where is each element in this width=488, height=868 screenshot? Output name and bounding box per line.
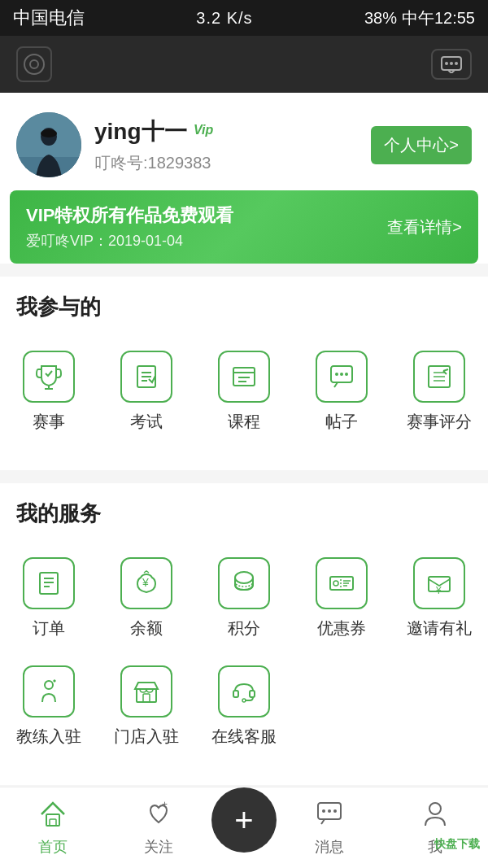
profile-svg-icon (420, 800, 450, 827)
svg-rect-29 (250, 691, 255, 697)
order-label: 订单 (33, 617, 65, 639)
service-icon-box (218, 665, 270, 718)
service-item-balance[interactable]: ¥ 余额 (98, 544, 195, 652)
id-label: 叮咚号: (94, 154, 148, 172)
watermark: 快盘下载 (434, 836, 480, 852)
svg-point-4 (450, 62, 453, 65)
exam-icon-box (120, 351, 172, 403)
avatar-silhouette (16, 112, 81, 177)
participated-item-exam[interactable]: 考试 (98, 338, 195, 446)
message-svg-icon (315, 800, 344, 827)
svg-point-30 (242, 699, 246, 702)
bottom-nav: 首页 + 关注 + 消息 (0, 787, 488, 868)
score-icon-box (413, 351, 465, 403)
store-icon (133, 678, 160, 705)
watermark-text: 快盘下载 (434, 837, 480, 850)
service-item-store[interactable]: 门店入驻 (98, 652, 195, 761)
follow-svg-icon: + (144, 800, 173, 827)
svg-text:+: + (162, 800, 168, 810)
points-icon-box (218, 557, 270, 609)
personal-center-button[interactable]: 个人中心> (371, 126, 472, 164)
service-item-points[interactable]: 积分 (195, 544, 293, 652)
coupon-icon-box (316, 557, 368, 609)
balance-label: 余额 (130, 617, 163, 639)
store-label: 门店入驻 (114, 726, 179, 748)
avatar-image (16, 112, 81, 177)
order-icon (35, 569, 63, 597)
svg-point-25 (45, 681, 53, 689)
svg-point-35 (322, 809, 325, 813)
chat-dots-icon (440, 55, 463, 73)
points-label: 积分 (228, 617, 260, 639)
exam-icon (133, 363, 160, 390)
invite-label: 邀请有礼 (407, 617, 472, 639)
services-title: 我的服务 (0, 483, 488, 536)
app-logo (16, 46, 52, 82)
username-text: ying十一 (94, 116, 187, 147)
participated-item-score[interactable]: 赛事评分 (390, 338, 488, 446)
profile-name: ying十一 Vip (94, 116, 223, 147)
profile-id: 叮咚号:1829383 (94, 152, 223, 174)
main-content: ying十一 Vip 叮咚号:1829383 个人中心> V (0, 93, 488, 868)
add-icon: + (234, 804, 253, 836)
svg-text:¥: ¥ (142, 576, 149, 589)
vip-detail-button[interactable]: 查看详情> (387, 216, 462, 238)
profile-nav-icon (420, 800, 450, 834)
coach-icon-box (23, 665, 75, 718)
svg-point-15 (340, 373, 343, 376)
svg-rect-31 (46, 814, 59, 826)
vip-info: VIP特权所有作品免费观看 爱叮咚VIP：2019-01-04 (26, 203, 233, 251)
participated-item-post[interactable]: 帖子 (293, 338, 390, 446)
nav-add-button[interactable]: + (211, 787, 277, 853)
vip-date-label: 爱叮咚VIP： (26, 233, 108, 249)
invite-icon: ¥ (425, 569, 453, 597)
order-icon-box (23, 557, 75, 609)
svg-point-36 (328, 809, 331, 813)
message-nav-icon (315, 800, 344, 834)
logo-icon (23, 53, 46, 76)
status-right: 38% 中午12:55 (364, 7, 475, 29)
vip-date-value: 2019-01-04 (108, 233, 183, 249)
follow-icon: + (144, 800, 173, 834)
service-item-invite[interactable]: ¥ 邀请有礼 (390, 544, 488, 652)
score-icon (425, 363, 453, 390)
services-section: 我的服务 订单 (0, 483, 488, 785)
avatar[interactable] (16, 112, 81, 177)
post-icon-box (316, 351, 368, 403)
contest-label: 赛事 (33, 411, 65, 433)
trophy-icon-box (23, 351, 75, 403)
svg-point-37 (333, 809, 337, 813)
home-icon (38, 800, 68, 834)
svg-point-1 (30, 60, 38, 68)
id-value: 1829383 (148, 154, 211, 172)
participated-section: 我参与的 赛事 (0, 277, 488, 470)
nav-message[interactable]: 消息 (277, 800, 382, 857)
service-item-order[interactable]: 订单 (0, 544, 98, 652)
nav-follow[interactable]: + 关注 (106, 800, 211, 857)
svg-point-20 (235, 572, 253, 583)
participated-item-course[interactable]: 课程 (195, 338, 293, 446)
vip-badge: Vip (194, 121, 223, 142)
score-label: 赛事评分 (407, 411, 472, 433)
message-nav-label: 消息 (315, 837, 344, 857)
vip-banner[interactable]: VIP特权所有作品免费观看 爱叮咚VIP：2019-01-04 查看详情> (10, 190, 478, 264)
message-button[interactable] (431, 49, 472, 80)
profile-card: ying十一 Vip 叮咚号:1829383 个人中心> V (0, 93, 488, 264)
vip-title: VIP特权所有作品免费观看 (26, 203, 233, 228)
svg-rect-32 (50, 819, 56, 826)
service-item-customer[interactable]: 在线客服 (195, 652, 293, 761)
coupon-icon (328, 569, 355, 597)
service-item-coupon[interactable]: 优惠券 (293, 544, 390, 652)
service-item-coach[interactable]: 教练入驻 (0, 652, 98, 761)
nav-home[interactable]: 首页 (0, 800, 106, 857)
profile-top: ying十一 Vip 叮咚号:1829383 个人中心> (0, 93, 488, 190)
svg-point-38 (429, 803, 441, 814)
svg-point-3 (445, 62, 448, 65)
status-bar: 中国电信 3.2 K/s 38% 中午12:55 (0, 0, 488, 36)
svg-point-14 (335, 373, 338, 376)
vip-date: 爱叮咚VIP：2019-01-04 (26, 231, 233, 251)
participated-grid: 赛事 考试 (0, 329, 488, 454)
profile-left: ying十一 Vip 叮咚号:1829383 (16, 112, 223, 177)
svg-point-22 (333, 581, 338, 586)
participated-item-contest[interactable]: 赛事 (0, 338, 98, 446)
